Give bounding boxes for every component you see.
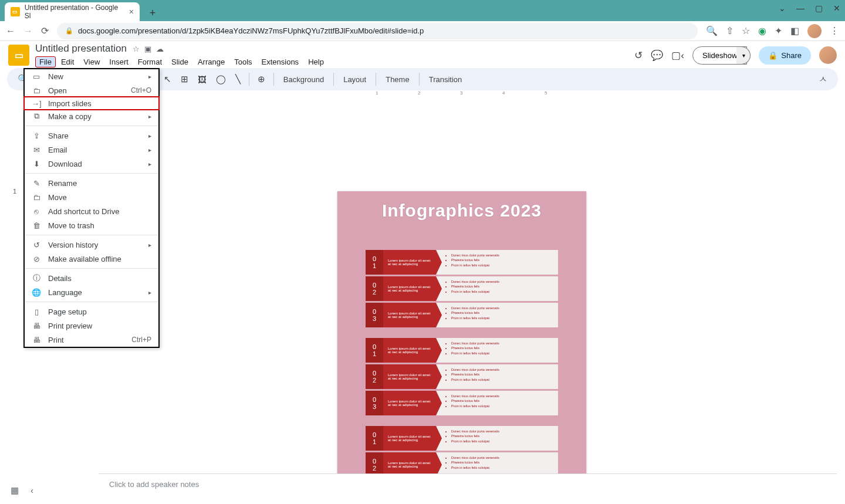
slideshow-dropdown[interactable]: ▾ xyxy=(736,46,751,65)
file-print-preview[interactable]: 🖶Print preview xyxy=(25,319,158,333)
file-print[interactable]: 🖶PrintCtrl+P xyxy=(25,333,158,347)
file-rename[interactable]: ✎Rename xyxy=(25,176,158,190)
submenu-arrow-icon: ▸ xyxy=(148,113,151,120)
extension-icon[interactable]: ◉ xyxy=(758,25,766,36)
menu-arrange[interactable]: Arrange xyxy=(194,56,229,67)
file-language[interactable]: 🌐Language▸ xyxy=(25,285,158,299)
collapse-filmstrip-icon[interactable]: ‹ xyxy=(31,485,33,496)
transition-button[interactable]: Transition xyxy=(424,72,467,87)
comments-icon[interactable]: 💬 xyxy=(651,49,663,62)
present-camera-icon[interactable]: ▢‹ xyxy=(671,49,684,62)
browser-menu-icon[interactable]: ⋮ xyxy=(830,25,839,36)
cursor-icon[interactable]: ↖ xyxy=(160,71,175,87)
browser-profile-avatar[interactable] xyxy=(807,24,822,38)
globe-icon: 🌐 xyxy=(32,288,41,297)
file-add-shortcut[interactable]: ⎋Add shortcut to Drive xyxy=(25,204,158,218)
info-row[interactable]: 02 Lorem ipsum dolor sit amet at nec at … xyxy=(366,276,558,301)
info-row[interactable]: 01 Lorem ipsum dolor sit amet at nec at … xyxy=(366,338,558,363)
copy-icon: ⧉ xyxy=(32,111,41,121)
file-share[interactable]: ⇪Share▸ xyxy=(25,128,158,143)
tab-close-icon[interactable]: × xyxy=(129,7,134,16)
slides-logo-icon[interactable]: ▭ xyxy=(8,45,29,66)
share-button[interactable]: 🔒 Share xyxy=(759,46,811,65)
info-row[interactable]: 01 Lorem ipsum dolor sit amet at nec at … xyxy=(366,250,558,275)
trash-icon: 🗑 xyxy=(32,221,41,230)
menu-file[interactable]: File xyxy=(35,56,56,67)
window-minimize-icon[interactable]: — xyxy=(796,4,805,13)
file-download[interactable]: ⬇Download▸ xyxy=(25,157,158,171)
slide-canvas[interactable]: Infographics 2023 01 Lorem ipsum dolor s… xyxy=(337,191,586,504)
layout-button[interactable]: Layout xyxy=(339,72,371,87)
cloud-status-icon[interactable]: ☁ xyxy=(156,45,164,53)
file-make-copy[interactable]: ⧉Make a copy▸ xyxy=(25,109,158,123)
info-number: 01 xyxy=(366,426,383,451)
file-email[interactable]: ✉Email▸ xyxy=(25,143,158,157)
speaker-notes-placeholder: Click to add speaker notes xyxy=(109,480,199,489)
comment-add-icon[interactable]: ⊕ xyxy=(254,71,269,87)
history-icon[interactable]: ↺ xyxy=(634,49,643,62)
file-version-history[interactable]: ↺Version history▸ xyxy=(25,238,158,252)
line-icon[interactable]: ╲ xyxy=(232,71,244,87)
share-url-icon[interactable]: ⇧ xyxy=(726,25,734,36)
info-row[interactable]: 03 Lorem ipsum dolor sit amet at nec at … xyxy=(366,303,558,327)
address-bar[interactable]: 🔒 docs.google.com/presentation/d/1zpk5iK… xyxy=(57,23,698,39)
nav-reload-icon[interactable]: ⟳ xyxy=(41,25,49,36)
menu-edit[interactable]: Edit xyxy=(57,56,78,67)
file-page-setup[interactable]: ▯Page setup xyxy=(25,305,158,319)
submenu-arrow-icon: ▸ xyxy=(148,242,151,248)
background-button[interactable]: Background xyxy=(279,72,329,87)
info-right-bullets: Donec risus dolor porta venenatisPharetr… xyxy=(436,338,558,363)
browser-tab[interactable]: ▭ Untitled presentation - Google Sl × xyxy=(5,2,140,21)
info-row[interactable]: 02 Lorem ipsum dolor sit amet at nec at … xyxy=(366,364,558,389)
explore-icon[interactable]: ▦ xyxy=(11,485,19,496)
file-new[interactable]: ▭New▸ xyxy=(25,69,158,83)
doc-title[interactable]: Untitled presentation xyxy=(35,43,127,55)
textbox-icon[interactable]: ⊞ xyxy=(177,71,192,87)
file-details[interactable]: ⓘDetails xyxy=(25,271,158,285)
file-move[interactable]: 🗀Move xyxy=(25,190,158,204)
bookmark-star-icon[interactable]: ☆ xyxy=(742,25,750,36)
info-left-text: Lorem ipsum dolor sit amet at nec at adi… xyxy=(383,364,436,389)
speaker-notes[interactable]: Click to add speaker notes xyxy=(99,473,837,504)
window-dropdown-icon[interactable]: ⌄ xyxy=(779,4,786,13)
folder-icon: 🗀 xyxy=(32,86,41,95)
new-icon: ▭ xyxy=(32,72,41,81)
browser-chrome: ⌄ — ▢ ✕ ▭ Untitled presentation - Google… xyxy=(0,0,845,41)
info-row[interactable]: 03 Lorem ipsum dolor sit amet at nec at … xyxy=(366,391,558,415)
file-open[interactable]: 🗀OpenCtrl+O xyxy=(25,83,158,97)
sidepanel-icon[interactable]: ◧ xyxy=(790,25,799,36)
app-profile-avatar[interactable] xyxy=(819,46,837,64)
window-maximize-icon[interactable]: ▢ xyxy=(815,4,823,13)
menu-format[interactable]: Format xyxy=(134,56,166,67)
info-number: 01 xyxy=(366,250,383,275)
file-available-offline[interactable]: ⊘Make available offline xyxy=(25,252,158,266)
extensions-puzzle-icon[interactable]: ✦ xyxy=(775,25,782,36)
theme-button[interactable]: Theme xyxy=(381,72,414,87)
collapse-toolbar-icon[interactable]: ㅅ xyxy=(815,71,831,88)
nav-forward-icon[interactable]: → xyxy=(23,26,33,36)
slide-title-text[interactable]: Infographics 2023 xyxy=(337,191,586,221)
zoom-icon[interactable]: 🔍 xyxy=(706,25,718,36)
menu-divider xyxy=(25,235,158,235)
move-folder-icon[interactable]: ▣ xyxy=(144,45,151,53)
file-move-to-trash[interactable]: 🗑Move to trash xyxy=(25,218,158,232)
file-import-slides[interactable]: →]Import slides xyxy=(23,96,160,110)
nav-back-icon[interactable]: ← xyxy=(6,26,15,36)
image-icon[interactable]: 🖼 xyxy=(194,72,210,87)
submenu-arrow-icon: ▸ xyxy=(148,289,151,296)
window-close-icon[interactable]: ✕ xyxy=(833,4,840,13)
shape-icon[interactable]: ◯ xyxy=(212,71,229,87)
menu-view[interactable]: View xyxy=(79,56,104,67)
info-number: 03 xyxy=(366,391,383,415)
offline-icon: ⊘ xyxy=(32,255,41,263)
menu-tools[interactable]: Tools xyxy=(230,56,256,67)
menu-slide[interactable]: Slide xyxy=(167,56,192,67)
menu-insert[interactable]: Insert xyxy=(105,56,133,67)
star-icon[interactable]: ☆ xyxy=(133,45,140,53)
info-row[interactable]: 01 Lorem ipsum dolor sit amet at nec at … xyxy=(366,426,558,451)
info-right-bullets: Donec risus dolor porta venenatisPharetr… xyxy=(436,276,558,301)
new-tab-button[interactable]: + xyxy=(144,5,161,21)
menu-help[interactable]: Help xyxy=(304,56,328,67)
info-right-bullets: Donec risus dolor porta venenatisPharetr… xyxy=(436,303,558,327)
menu-extensions[interactable]: Extensions xyxy=(258,56,303,67)
